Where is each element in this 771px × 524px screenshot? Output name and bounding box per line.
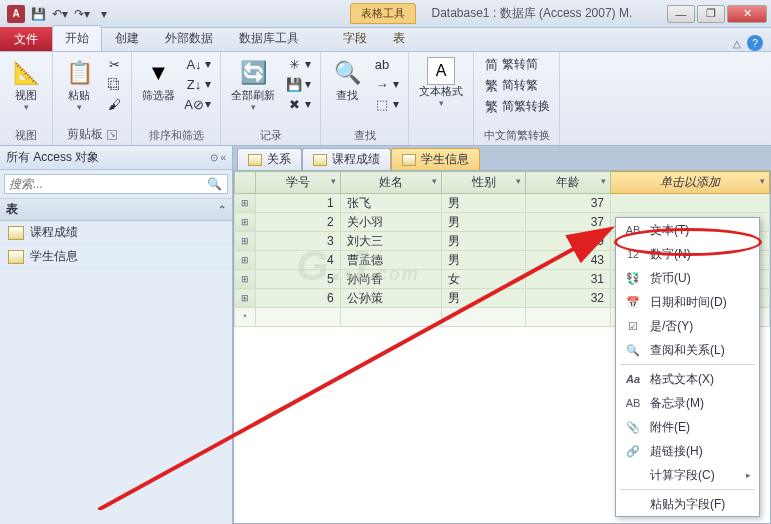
nav-item[interactable]: 学生信息 [0,245,232,269]
cell-gender[interactable]: 男 [441,194,526,213]
cell-age[interactable]: 31 [526,270,611,289]
menu-number[interactable]: 12数字(N) [616,242,759,266]
cell-age[interactable]: 32 [526,289,611,308]
cell-gender[interactable]: 男 [441,232,526,251]
redo-icon[interactable]: ↷▾ [72,4,92,24]
minimize-button[interactable]: — [667,5,695,23]
doc-tab[interactable]: 学生信息 [391,148,480,170]
dropdown-icon[interactable]: ▾ [760,176,765,186]
find-button[interactable]: 🔍 查找 [327,55,367,104]
menu-lookup[interactable]: 🔍查阅和关系(L) [616,338,759,362]
menu-text[interactable]: AB文本(T) [616,218,759,242]
trad-to-simp-button[interactable]: 简繁转简 [480,55,553,74]
menu-hyperlink[interactable]: 🔗超链接(H) [616,439,759,463]
paste-button[interactable]: 📋 粘贴 ▾ [59,55,99,114]
select-button[interactable]: ⬚▾ [371,95,402,113]
tab-fields[interactable]: 字段 [330,25,380,51]
column-add-new[interactable]: 单击以添加▾ [611,172,770,194]
row-selector[interactable]: ⊞ [235,270,256,289]
cell-name[interactable]: 张飞 [340,194,441,213]
row-selector[interactable]: * [235,308,256,327]
sort-desc-button[interactable]: Z↓▾ [183,75,214,93]
help-icon[interactable]: ? [747,35,763,51]
cell-gender[interactable]: 女 [441,270,526,289]
nav-group-tables[interactable]: 表 ⌃ [0,199,232,221]
clipboard-launcher[interactable]: ↘ [107,130,117,140]
menu-memo[interactable]: AB备忘录(M) [616,391,759,415]
row-selector[interactable]: ⊞ [235,232,256,251]
text-format-button[interactable]: A 文本格式 ▾ [415,55,467,110]
column-gender[interactable]: 性别▾ [441,172,526,194]
search-icon[interactable]: 🔍 [207,177,222,191]
qat-dropdown-icon[interactable]: ▾ [94,4,114,24]
close-button[interactable]: ✕ [727,5,767,23]
cell-id[interactable]: 3 [256,232,341,251]
nav-header[interactable]: 所有 Access 对象 ⊙ « [0,146,232,170]
cell-id[interactable]: 1 [256,194,341,213]
dropdown-icon[interactable]: ▾ [432,176,437,186]
select-all-corner[interactable] [235,172,256,194]
simp-to-trad-button[interactable]: 繁简转繁 [480,76,553,95]
row-selector[interactable]: ⊞ [235,194,256,213]
row-selector[interactable]: ⊞ [235,251,256,270]
restore-button[interactable]: ❐ [697,5,725,23]
tab-create[interactable]: 创建 [102,25,152,51]
cell-id[interactable]: 5 [256,270,341,289]
table-row[interactable]: ⊞1张飞男37 [235,194,770,213]
column-age[interactable]: 年龄▾ [526,172,611,194]
cell-gender[interactable]: 男 [441,213,526,232]
cell-age[interactable]: 37 [526,213,611,232]
row-selector[interactable]: ⊞ [235,213,256,232]
cell-new[interactable] [611,194,770,213]
menu-paste-as-field[interactable]: 粘贴为字段(F) [616,492,759,516]
cell-age[interactable]: 37 [526,194,611,213]
nav-collapse-icon[interactable]: ⊙ « [210,152,226,163]
tab-home[interactable]: 开始 [52,25,102,51]
view-button[interactable]: 📐 视图 ▾ [6,55,46,114]
tab-file[interactable]: 文件 [0,27,52,51]
new-record-button[interactable]: ✳▾ [283,55,314,73]
menu-yesno[interactable]: ☑是/否(Y) [616,314,759,338]
cell-name[interactable]: 孙尚香 [340,270,441,289]
menu-attachment[interactable]: 📎附件(E) [616,415,759,439]
cell-name[interactable]: 曹孟德 [340,251,441,270]
goto-button[interactable]: →▾ [371,75,402,93]
nav-item[interactable]: 课程成绩 [0,221,232,245]
cell-gender[interactable]: 男 [441,251,526,270]
dropdown-icon[interactable]: ▾ [331,176,336,186]
delete-record-button[interactable]: ✖▾ [283,95,314,113]
save-record-button[interactable]: 💾▾ [283,75,314,93]
filter-button[interactable]: ▼ 筛选器 [138,55,179,104]
refresh-all-button[interactable]: 🔄 全部刷新 ▾ [227,55,279,114]
dropdown-icon[interactable]: ▾ [516,176,521,186]
cell-id[interactable]: 4 [256,251,341,270]
clear-sort-button[interactable]: A⊘▾ [183,95,214,113]
doc-tab[interactable]: 关系 [237,148,302,170]
app-icon[interactable]: A [6,4,26,24]
copy-button[interactable]: ⿻ [103,75,125,93]
sort-asc-button[interactable]: A↓▾ [183,55,214,73]
cell-id[interactable]: 6 [256,289,341,308]
tab-external-data[interactable]: 外部数据 [152,25,226,51]
cell-id[interactable]: 2 [256,213,341,232]
chinese-convert-button[interactable]: 繁简繁转换 [480,97,553,116]
cell-name[interactable]: 公孙策 [340,289,441,308]
minimize-ribbon-icon[interactable]: △ [733,38,741,49]
row-selector[interactable]: ⊞ [235,289,256,308]
doc-tab[interactable]: 课程成绩 [302,148,391,170]
cell-gender[interactable]: 男 [441,289,526,308]
menu-currency[interactable]: 💱货币(U) [616,266,759,290]
cell-age[interactable]: 43 [526,251,611,270]
undo-icon[interactable]: ↶▾ [50,4,70,24]
replace-button[interactable]: ab [371,55,402,73]
dropdown-icon[interactable]: ▾ [601,176,606,186]
cell-name[interactable]: 刘大三 [340,232,441,251]
cut-button[interactable]: ✂ [103,55,125,73]
tab-table[interactable]: 表 [380,25,418,51]
cell-age[interactable]: 39 [526,232,611,251]
format-painter-button[interactable]: 🖌 [103,95,125,113]
menu-datetime[interactable]: 📅日期和时间(D) [616,290,759,314]
menu-calculated[interactable]: 计算字段(C)▸ [616,463,759,487]
tab-database-tools[interactable]: 数据库工具 [226,25,312,51]
nav-search-input[interactable] [4,174,228,194]
